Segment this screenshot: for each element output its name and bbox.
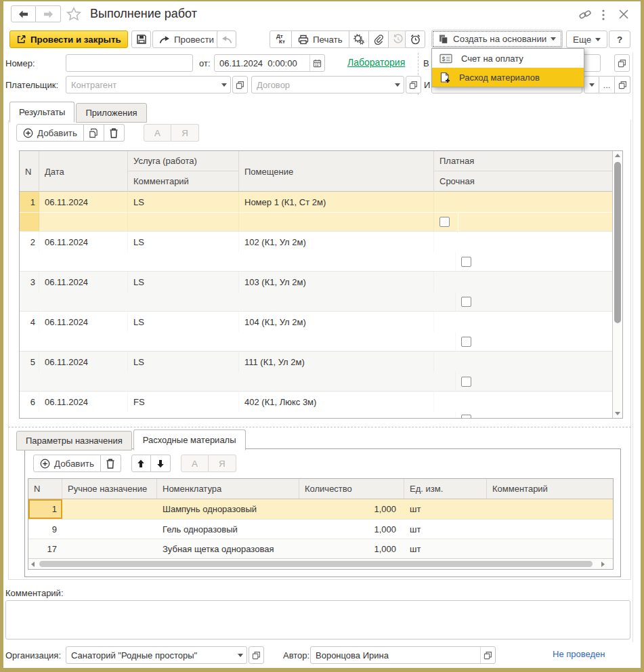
contract-field[interactable] xyxy=(251,76,404,93)
date-input[interactable] xyxy=(215,56,309,70)
cell-nomenclature[interactable]: Шампунь одноразовый xyxy=(157,499,299,519)
comment-textarea[interactable] xyxy=(5,600,630,639)
cell-service[interactable]: LS xyxy=(128,352,239,372)
cell-unit[interactable]: шт xyxy=(404,520,487,539)
cell-room[interactable]: 104 (К1, Ул 2м) xyxy=(239,312,434,332)
cell-paid[interactable] xyxy=(434,392,614,412)
contract-input[interactable] xyxy=(252,77,391,92)
organization-open-button[interactable] xyxy=(249,646,264,664)
cell-manual[interactable] xyxy=(62,520,157,539)
row2-open-button[interactable] xyxy=(615,76,630,93)
table-row[interactable]: 5 06.11.2024 LS 111 (К1, Ул 2м) xyxy=(20,352,614,392)
cell-n[interactable]: 9 xyxy=(28,520,62,539)
attachments-button[interactable] xyxy=(369,30,389,48)
cell-n[interactable]: 3 xyxy=(20,272,39,292)
urgent-checkbox[interactable] xyxy=(461,297,471,307)
urgent-checkbox[interactable] xyxy=(439,217,450,227)
cell-paid[interactable] xyxy=(434,272,614,292)
contract-dropdown[interactable] xyxy=(391,77,404,93)
delete-material-button[interactable] xyxy=(101,455,121,472)
organization-field[interactable] xyxy=(66,646,247,664)
cell-qty[interactable]: 1,000 xyxy=(299,520,404,539)
cell-date[interactable]: 06.11.2024 xyxy=(39,312,128,332)
cell-date[interactable]: 06.11.2024 xyxy=(39,392,128,412)
menu-item-material-consumption[interactable]: Расход материалов xyxy=(432,68,584,87)
cell-urgent-rest[interactable] xyxy=(458,212,614,231)
cell-paid[interactable] xyxy=(434,192,614,212)
cell-n[interactable]: 1 xyxy=(28,499,62,519)
cell-comment[interactable] xyxy=(487,539,613,558)
cell-date[interactable]: 06.11.2024 xyxy=(39,192,128,212)
vertical-scrollbar[interactable] xyxy=(612,151,622,418)
tab-attachments[interactable]: Приложения xyxy=(76,103,146,123)
cell-room[interactable]: 103 (К1, Ул 2м) xyxy=(239,272,434,292)
cell-service[interactable]: FS xyxy=(128,392,239,412)
delete-row-button[interactable] xyxy=(104,124,125,142)
table-row[interactable]: 17 Зубная щетка одноразовая 1,000 шт xyxy=(28,539,613,559)
table-row[interactable]: 3 06.11.2024 LS 103 (К1, Ул 2м) xyxy=(20,272,614,312)
cell-comment[interactable] xyxy=(128,212,239,231)
table-row[interactable]: 4 06.11.2024 LS 104 (К1, Ул 2м) xyxy=(20,312,614,352)
payer-input[interactable] xyxy=(66,77,218,92)
cell-n2[interactable] xyxy=(20,212,39,231)
cell-unit[interactable]: шт xyxy=(404,499,487,519)
create-based-on-button[interactable]: Создать на основании xyxy=(431,30,563,48)
cell-service[interactable]: LS xyxy=(128,192,239,212)
cell-manual[interactable] xyxy=(62,499,157,519)
cell-comment[interactable] xyxy=(20,412,456,419)
cell-n[interactable]: 6 xyxy=(20,392,39,412)
date-field[interactable] xyxy=(214,54,325,72)
cell-date[interactable]: 06.11.2024 xyxy=(39,272,128,292)
menu-item-invoice[interactable]: $ Счет на оплату xyxy=(432,49,584,68)
contract-open-button[interactable] xyxy=(406,76,421,93)
urgent-checkbox[interactable] xyxy=(461,415,471,419)
print-button[interactable]: Печать xyxy=(292,30,349,48)
sort-desc-button[interactable]: Я xyxy=(171,124,199,142)
cell-urgent[interactable] xyxy=(456,412,614,419)
cell-paid[interactable] xyxy=(434,232,614,252)
row2-dropdown-button[interactable] xyxy=(584,76,599,93)
author-field[interactable] xyxy=(310,646,496,664)
settings-button[interactable] xyxy=(349,30,369,48)
cell-n[interactable]: 17 xyxy=(28,539,62,558)
author-input[interactable] xyxy=(311,648,480,663)
cell-comment[interactable] xyxy=(487,520,613,539)
calendar-button[interactable] xyxy=(309,55,324,71)
add-material-button[interactable]: Добавить xyxy=(33,455,101,472)
laboratory-link[interactable]: Лаборатория xyxy=(347,57,405,68)
cell-comment[interactable] xyxy=(20,252,456,271)
post-and-close-button[interactable]: Провести и закрыть xyxy=(9,30,128,48)
close-icon[interactable] xyxy=(618,9,629,20)
post-button[interactable]: Провести xyxy=(152,30,221,48)
scroll-right-arrow[interactable] xyxy=(601,562,605,567)
sort-asc-button[interactable]: А xyxy=(144,124,171,142)
payer-open-button[interactable] xyxy=(232,76,248,93)
cell-room[interactable]: 102 (К1, Ул 2м) xyxy=(239,232,434,252)
copy-row-button[interactable] xyxy=(84,124,104,142)
cell-nomenclature[interactable]: Зубная щетка одноразовая xyxy=(157,539,299,558)
tab-consumables[interactable]: Расходные материалы xyxy=(133,429,246,450)
cell-urgent[interactable] xyxy=(456,372,614,391)
cell-comment[interactable] xyxy=(20,332,456,351)
cell-qty[interactable]: 1,000 xyxy=(299,539,404,558)
more-button[interactable]: Еще xyxy=(566,30,607,48)
cell-room[interactable]: Номер 1 (К1, Ст 2м) xyxy=(239,192,434,212)
cell-paid[interactable] xyxy=(434,312,614,332)
urgent-checkbox[interactable] xyxy=(461,337,471,347)
cell-service[interactable]: LS xyxy=(128,272,239,292)
tab-assignment-params[interactable]: Параметры назначения xyxy=(16,431,132,450)
payer-field[interactable] xyxy=(66,76,231,93)
forward-button[interactable] xyxy=(36,5,61,22)
tab-results[interactable]: Результаты xyxy=(9,102,74,123)
dt-kt-button[interactable]: ДтКт xyxy=(270,30,292,48)
materials-sort-desc[interactable]: Я xyxy=(209,455,236,472)
number-input[interactable] xyxy=(66,56,192,70)
cell-manual[interactable] xyxy=(62,539,157,558)
scroll-thumb[interactable] xyxy=(39,561,593,567)
cell-n[interactable]: 1 xyxy=(20,192,39,212)
cell-date2[interactable] xyxy=(39,212,128,231)
row2-choose-button[interactable]: ... xyxy=(599,76,615,93)
cell-n[interactable]: 5 xyxy=(20,352,39,372)
open-button-row1[interactable] xyxy=(614,54,630,72)
table-row[interactable]: 9 Гель одноразовый 1,000 шт xyxy=(28,520,613,539)
